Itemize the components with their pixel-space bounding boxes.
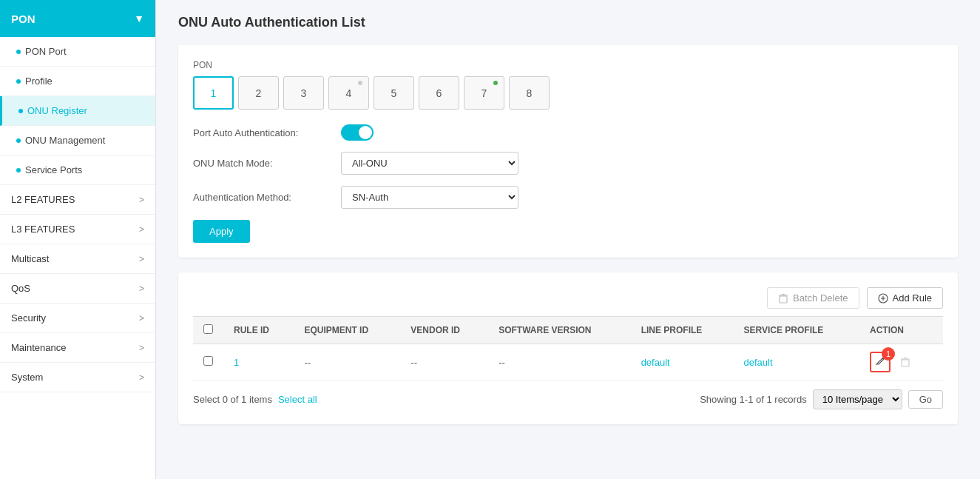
auth-method-row: Authentication Method: SN-Auth Password-… [193, 186, 943, 209]
delete-button[interactable] [895, 352, 916, 372]
chevron-right-icon: > [139, 284, 144, 294]
pon-selector-section: PON 1 2 3 4 [193, 60, 943, 110]
sidebar-section-multicast[interactable]: Multicast > [0, 244, 155, 274]
sidebar-section-l2-features[interactable]: L2 FEATURES > [0, 185, 155, 215]
add-rule-button[interactable]: Add Rule [867, 287, 943, 309]
sidebar-section-security[interactable]: Security > [0, 304, 155, 333]
sidebar-item-service-ports[interactable]: Service Ports [0, 155, 155, 185]
sidebar-item-onu-management[interactable]: ONU Management [0, 126, 155, 155]
config-card: PON 1 2 3 4 [178, 45, 958, 258]
chevron-right-icon: > [139, 313, 144, 324]
pon-button-2[interactable]: 2 [238, 76, 279, 110]
edit-action-wrapper: 1 [870, 352, 891, 372]
pon-button-3[interactable]: 3 [283, 76, 324, 110]
select-all-link[interactable]: Select all [278, 394, 317, 405]
sidebar-section-system[interactable]: System > [0, 363, 155, 392]
sidebar-section-l3-features[interactable]: L3 FEATURES > [0, 215, 155, 244]
table-toolbar: Batch Delete Add Rule [193, 287, 943, 309]
auth-method-select[interactable]: SN-Auth Password-Auth Both [341, 186, 518, 209]
status-dot-2 [268, 81, 272, 85]
pon-btn-label: 8 [527, 87, 533, 99]
select-count: Select 0 of 1 items [193, 394, 272, 405]
col-header-line-profile: LINE PROFILE [631, 317, 734, 344]
cell-service-profile: default [734, 344, 859, 381]
svg-rect-0 [780, 296, 787, 303]
chevron-right-icon: > [139, 254, 144, 264]
table-row: 1 -- -- -- default default [193, 344, 943, 381]
cell-rule-id: 1 [223, 344, 294, 381]
col-header-equipment-id: EQUIPMENT ID [294, 317, 400, 344]
pon-btn-label: 1 [211, 87, 217, 99]
row-checkbox-cell [193, 344, 223, 381]
auth-method-label: Authentication Method: [193, 192, 341, 203]
chevron-right-icon: > [139, 343, 144, 353]
rules-table: RULE ID EQUIPMENT ID VENDOR ID SOFTWARE … [193, 316, 943, 381]
footer-right: Showing 1-1 of 1 records 10 Items/page 2… [700, 389, 943, 409]
service-profile-link[interactable]: default [744, 357, 773, 368]
pon-button-6[interactable]: 6 [419, 76, 459, 110]
batch-delete-button[interactable]: Batch Delete [767, 287, 859, 309]
sidebar-section-label: Security [11, 312, 46, 324]
sidebar-section-maintenance[interactable]: Maintenance > [0, 333, 155, 363]
per-page-select[interactable]: 10 Items/page 20 Items/page 50 Items/pag… [813, 389, 902, 409]
port-auth-label: Port Auto Authentication: [193, 127, 341, 138]
row-checkbox[interactable] [203, 356, 213, 366]
pon-button-7[interactable]: 7 [464, 76, 504, 110]
line-profile-link[interactable]: default [641, 357, 670, 368]
sidebar-item-label: ONU Register [27, 105, 87, 116]
dot-icon [16, 168, 21, 172]
sidebar-header-pon[interactable]: PON ▼ [0, 0, 155, 37]
pon-btn-label: 7 [481, 87, 487, 99]
batch-delete-label: Batch Delete [793, 292, 848, 304]
pon-button-5[interactable]: 5 [374, 76, 414, 110]
status-dot-5 [403, 81, 408, 85]
match-mode-select[interactable]: All-ONU SN-Match Password-Match [341, 152, 518, 175]
svg-rect-6 [902, 360, 909, 366]
footer-left: Select 0 of 1 items Select all [193, 394, 317, 405]
sidebar-section-label: QoS [11, 283, 30, 294]
port-auth-toggle[interactable] [341, 124, 374, 141]
cell-action: 1 [859, 344, 943, 381]
sidebar-header-label: PON [11, 13, 36, 25]
pon-btn-label: 4 [346, 87, 352, 99]
sidebar-item-pon-port[interactable]: PON Port [0, 37, 155, 67]
dot-icon [18, 109, 23, 113]
action-buttons: 1 [870, 352, 933, 372]
sidebar-item-profile[interactable]: Profile [0, 67, 155, 96]
sidebar-item-label: Profile [25, 76, 53, 87]
chevron-down-icon: ▼ [134, 13, 144, 24]
col-header-service-profile: SERVICE PROFILE [734, 317, 859, 344]
toggle-knob [359, 126, 372, 139]
sidebar-section-label: L2 FEATURES [11, 194, 75, 205]
col-header-action: ACTION [859, 317, 943, 344]
match-mode-row: ONU Match Mode: All-ONU SN-Match Passwor… [193, 152, 943, 175]
sidebar-item-onu-register[interactable]: ONU Register [0, 96, 155, 126]
sidebar: PON ▼ PON Port Profile ONU Register ONU … [0, 0, 156, 479]
select-all-checkbox[interactable] [203, 324, 213, 334]
status-dot-3 [313, 81, 317, 85]
table-footer: Select 0 of 1 items Select all Showing 1… [193, 389, 943, 409]
match-mode-label: ONU Match Mode: [193, 158, 341, 169]
page-title: ONU Auto Authentication List [178, 15, 958, 30]
pon-buttons-group: 1 2 3 4 5 [193, 76, 943, 110]
pon-button-4[interactable]: 4 [328, 76, 369, 110]
sidebar-section-qos[interactable]: QoS > [0, 274, 155, 304]
sidebar-item-label: ONU Management [25, 135, 105, 146]
status-dot-1 [222, 81, 226, 86]
sidebar-item-label: Service Ports [25, 164, 82, 175]
pon-selector-label: PON [193, 60, 943, 70]
plus-icon [878, 293, 888, 304]
dot-icon [16, 79, 21, 84]
pon-button-1[interactable]: 1 [193, 76, 234, 110]
col-header-rule-id: RULE ID [223, 317, 294, 344]
cell-equipment-id: -- [294, 344, 400, 381]
pon-button-8[interactable]: 8 [509, 76, 550, 110]
showing-records: Showing 1-1 of 1 records [700, 394, 807, 405]
chevron-right-icon: > [139, 195, 144, 205]
apply-button[interactable]: Apply [193, 220, 250, 243]
rule-id-link[interactable]: 1 [234, 357, 239, 368]
port-auth-row: Port Auto Authentication: [193, 124, 943, 141]
delete-icon [900, 357, 910, 367]
header-checkbox-cell [193, 317, 223, 344]
go-button[interactable]: Go [908, 390, 943, 409]
